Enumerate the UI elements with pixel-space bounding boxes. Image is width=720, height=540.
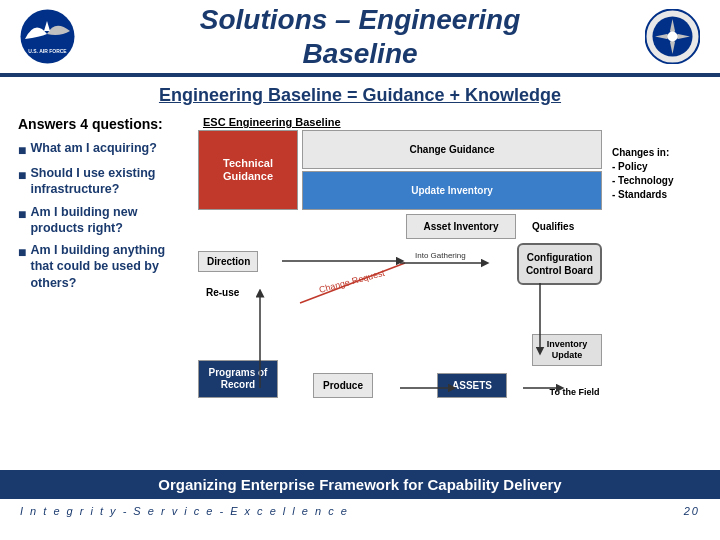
- changes-in-label: Changes in:: [612, 146, 702, 160]
- config-control-board-box: Configuration Control Board: [517, 243, 602, 285]
- page-number: 20: [684, 505, 700, 517]
- page-header: U.S. AIR FORCE Solutions – Engineering B…: [0, 0, 720, 75]
- esc-label: ESC Engineering Baseline: [203, 116, 602, 128]
- svg-text:U.S. AIR FORCE: U.S. AIR FORCE: [28, 48, 67, 54]
- page-title: Solutions – Engineering Baseline: [75, 3, 645, 70]
- svg-text:Change Request: Change Request: [318, 268, 386, 295]
- question-2: ■ Should I use existing infrastructure?: [18, 165, 188, 198]
- bullet-4: ■: [18, 243, 26, 261]
- air-force-crest-icon: [645, 9, 700, 64]
- main-content: Answers 4 questions: ■ What am I acquiri…: [0, 110, 720, 470]
- reuse-label: Re-use: [206, 287, 239, 298]
- changes-in-policy: - Policy: [612, 160, 702, 174]
- questions-column: Answers 4 questions: ■ What am I acquiri…: [18, 116, 188, 464]
- question-4: ■ Am I building anything that could be u…: [18, 242, 188, 291]
- bullet-3: ■: [18, 205, 26, 223]
- changes-in-column: Changes in: - Policy - Technology - Stan…: [612, 116, 702, 464]
- produce-box: Produce: [313, 373, 373, 398]
- usaf-logo-left: U.S. AIR FORCE: [20, 9, 75, 64]
- change-guidance-box: Change Guidance: [302, 130, 602, 169]
- top-boxes-row: Technical Guidance Change Guidance Updat…: [198, 130, 602, 210]
- arrows-diagram-area: Direction Re-use Programs of Record Prod…: [198, 243, 602, 398]
- update-inventory-box: Update Inventory: [302, 171, 602, 210]
- svg-text:Into Gathering: Into Gathering: [415, 251, 466, 260]
- bottom-banner: Organizing Enterprise Framework for Capa…: [0, 470, 720, 499]
- qualifies-label: Qualifies: [532, 221, 574, 232]
- questions-heading: Answers 4 questions:: [18, 116, 188, 132]
- programs-of-record-box: Programs of Record: [198, 360, 278, 398]
- assets-box: ASSETS: [437, 373, 507, 398]
- bullet-1: ■: [18, 141, 26, 159]
- bullet-2: ■: [18, 166, 26, 184]
- page-footer: I n t e g r i t y - S e r v i c e - E x …: [0, 503, 720, 519]
- page-subtitle: Engineering Baseline = Guidance + Knowle…: [0, 77, 720, 110]
- to-the-field-label: To the Field: [547, 387, 602, 398]
- asset-inventory-box: Asset Inventory: [406, 214, 516, 239]
- question-1: ■ What am I acquiring?: [18, 140, 188, 159]
- changes-in-standards: - Standards: [612, 188, 702, 202]
- changes-in-technology: - Technology: [612, 174, 702, 188]
- right-top-boxes: Change Guidance Update Inventory: [302, 130, 602, 210]
- footer-text: I n t e g r i t y - S e r v i c e - E x …: [20, 505, 349, 517]
- svg-point-5: [668, 32, 678, 42]
- asset-inventory-row: Asset Inventory Qualifies: [198, 214, 602, 239]
- inventory-update-box: Inventory Update: [532, 334, 602, 366]
- question-3: ■ Am I building new products right?: [18, 204, 188, 237]
- center-diagram: ESC Engineering Baseline Technical Guida…: [198, 116, 602, 464]
- svg-line-8: [300, 263, 405, 303]
- technical-guidance-box: Technical Guidance: [198, 130, 298, 210]
- direction-box: Direction: [198, 251, 258, 272]
- usaf-wing-icon: U.S. AIR FORCE: [20, 9, 75, 64]
